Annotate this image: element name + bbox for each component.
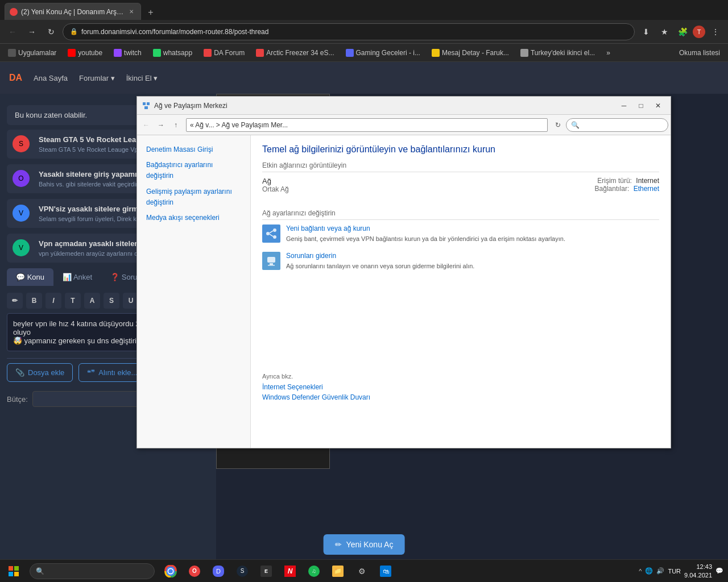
sidebar-link-denetim[interactable]: Denetim Masası Girişi xyxy=(137,142,250,157)
profile-icon[interactable]: T xyxy=(693,26,705,38)
taskbar-chrome-icon[interactable] xyxy=(159,560,182,583)
svg-point-5 xyxy=(273,235,276,239)
bookmark-twitch[interactable]: twitch xyxy=(110,48,145,58)
taskbar-onikaze-icon[interactable]: O xyxy=(183,560,206,583)
network-nav-bar: ← → ↑ « Ağ v... > Ağ ve Paylaşım Mer... … xyxy=(137,115,671,135)
nav-home[interactable]: Ana Sayfa xyxy=(34,74,68,82)
taskbar-discord-icon[interactable]: D xyxy=(207,560,230,583)
browser-window: (2) Yeni Konu Aç | Donanım Arşiv... ✕ + … xyxy=(0,0,728,559)
editor-strike-button[interactable]: S xyxy=(104,293,119,309)
menu-icon[interactable]: ⋮ xyxy=(708,24,723,40)
new-topic-button[interactable]: ✏ Yeni Konu Aç xyxy=(324,534,405,555)
download-icon[interactable]: ⬇ xyxy=(638,24,654,40)
taskbar-steam-icon[interactable]: S xyxy=(231,560,254,583)
bookmark-gaming[interactable]: Gaming Geceleri - i... xyxy=(342,48,424,58)
taskbar-store-icon[interactable]: 🛍 xyxy=(374,560,397,583)
bookmark-turkey[interactable]: Turkey'deki ikinci el... xyxy=(517,48,598,58)
taskbar-tray: ^ 🌐 🔊 TUR 12:43 9.04.2021 💬 xyxy=(639,563,728,579)
bookmark-mesaj[interactable]: Mesaj Detay - Faruk... xyxy=(428,48,512,58)
defender-link[interactable]: Windows Defender Güvenlik Duvarı xyxy=(262,393,659,401)
also-label: Ayrıca bkz. xyxy=(262,373,659,380)
sidebar-link-medya[interactable]: Medya akışı seçenekleri xyxy=(137,210,250,226)
nav-back-button[interactable]: ← xyxy=(139,118,153,132)
taskbar-search[interactable]: 🔍 xyxy=(30,563,155,579)
address-text: forum.donanimsivi.com/forumlar/modem-rou… xyxy=(81,28,268,36)
active-tab[interactable]: (2) Yeni Konu Aç | Donanım Arşiv... ✕ xyxy=(5,3,141,20)
taskbar-clock[interactable]: 12:43 9.04.2021 xyxy=(684,563,712,579)
internet-options-link[interactable]: İnternet Seçenekleri xyxy=(262,383,659,391)
toolbar-icons: ⬇ ★ 🧩 T ⋮ xyxy=(638,24,723,40)
editor-pencil-button[interactable]: ✏ xyxy=(7,293,23,309)
network-close-button[interactable]: ✕ xyxy=(650,99,666,112)
tab-close-button[interactable]: ✕ xyxy=(127,7,136,16)
new-tab-button[interactable]: + xyxy=(142,5,159,20)
editor-text-button[interactable]: T xyxy=(65,293,81,309)
forward-button[interactable]: → xyxy=(24,24,40,40)
bookmark-arctic[interactable]: Arctic Freezer 34 eS... xyxy=(253,48,337,58)
network-maximize-button[interactable]: □ xyxy=(633,99,649,112)
bookmark-da-forum[interactable]: DA Forum xyxy=(200,48,248,58)
add-quote-button[interactable]: ❝❞ Alıntı ekle... xyxy=(78,363,146,382)
bookmark-whatsapp[interactable]: whatsapp xyxy=(150,48,196,58)
taskbar-epic-icon[interactable]: E xyxy=(255,560,278,583)
svg-line-7 xyxy=(270,234,273,236)
extensions-icon[interactable]: 🧩 xyxy=(675,24,690,40)
connections-label: Bağlantılar: xyxy=(595,185,630,193)
network-minimize-button[interactable]: ─ xyxy=(616,99,632,112)
reading-list[interactable]: Okuma listesi xyxy=(676,48,723,58)
tray-arrow-icon[interactable]: ^ xyxy=(639,568,642,575)
troubleshoot-title[interactable]: Sorunları giderin xyxy=(286,252,474,260)
volume-tray-icon[interactable]: 🔊 xyxy=(656,567,664,575)
notifications-icon[interactable]: 💬 xyxy=(715,567,723,575)
attach-file-button[interactable]: 📎 Dosya ekle xyxy=(7,363,73,382)
troubleshoot-content: Sorunları giderin Ağ sorunlarını tanılay… xyxy=(286,252,474,271)
network-tray-icon[interactable]: 🌐 xyxy=(645,567,653,575)
svg-rect-11 xyxy=(9,566,13,571)
taskbar-settings-icon[interactable]: ⚙ xyxy=(350,560,373,583)
editor-color-button[interactable]: A xyxy=(84,293,100,309)
taskbar-netflix-icon[interactable]: N xyxy=(279,560,301,583)
bookmark-star-icon[interactable]: ★ xyxy=(656,24,672,40)
search-icon: 🔍 xyxy=(571,121,580,129)
also-see-section: Ayrıca bkz. İnternet Seçenekleri Windows… xyxy=(262,373,659,401)
editor-italic-button[interactable]: I xyxy=(46,293,61,309)
pencil-icon: ✏ xyxy=(335,540,342,549)
address-bar[interactable]: 🔒 forum.donanimsivi.com/forumlar/modem-r… xyxy=(63,23,635,40)
tab-konu[interactable]: 💬 Konu xyxy=(7,268,53,286)
mesaj-favicon xyxy=(432,49,440,57)
svg-rect-12 xyxy=(14,566,19,571)
nav-refresh-button[interactable]: ↻ xyxy=(551,118,565,132)
nav-breadcrumb[interactable]: « Ağ v... > Ağ ve Paylaşım Mer... xyxy=(186,118,548,132)
bookmark-youtube[interactable]: youtube xyxy=(64,48,106,58)
sidebar-link-bagdastirici[interactable]: Bağdaştırıcı ayarlarını değiştirin xyxy=(137,157,250,184)
nav-search[interactable]: 🔍 xyxy=(566,118,668,132)
start-button[interactable] xyxy=(0,560,27,582)
nav-forums[interactable]: Forumlar ▾ xyxy=(79,74,115,82)
access-type-value: Internet xyxy=(636,177,659,185)
taskbar-file-manager-icon[interactable]: 📁 xyxy=(326,560,349,583)
new-connection-content: Yeni bağlantı veya ağ kurun Geniş bant, … xyxy=(286,225,565,244)
nav-forward-button[interactable]: → xyxy=(154,118,168,132)
refresh-button[interactable]: ↻ xyxy=(43,24,59,40)
svg-rect-1 xyxy=(147,102,150,105)
windows-icon xyxy=(9,566,19,576)
bookmark-apps[interactable]: Uygulamalar xyxy=(5,48,60,58)
network-content: Denetim Masası Girişi Bağdaştırıcı ayarl… xyxy=(137,135,671,448)
ethernet-link[interactable]: Ethernet xyxy=(634,185,659,193)
bookmark-more[interactable]: » xyxy=(603,48,614,58)
taskbar-pinned-icons: O D S E N ♫ 📁 ⚙ 🛍 xyxy=(159,560,397,583)
language-indicator[interactable]: TUR xyxy=(668,568,681,575)
editor-bold-button[interactable]: B xyxy=(26,293,42,309)
nav-second-hand[interactable]: İkinci El ▾ xyxy=(126,74,158,82)
taskbar: 🔍 O D S E xyxy=(0,559,728,582)
new-connection-action: Yeni bağlantı veya ağ kurun Geniş bant, … xyxy=(262,225,659,244)
sidebar-link-gelismis[interactable]: Gelişmiş paylaşım ayarlarını değiştirin xyxy=(137,184,250,210)
whatsapp-favicon xyxy=(153,49,161,57)
new-connection-title[interactable]: Yeni bağlantı veya ağ kurun xyxy=(286,225,565,232)
taskbar-spotify-icon[interactable]: ♫ xyxy=(303,560,325,583)
tab-anket[interactable]: 📊 Anket xyxy=(53,268,101,286)
nav-up-button[interactable]: ↑ xyxy=(169,118,183,132)
back-button[interactable]: ← xyxy=(5,24,20,40)
clock-date: 9.04.2021 xyxy=(684,571,712,579)
network-type: Ortak Ağ xyxy=(262,185,289,193)
